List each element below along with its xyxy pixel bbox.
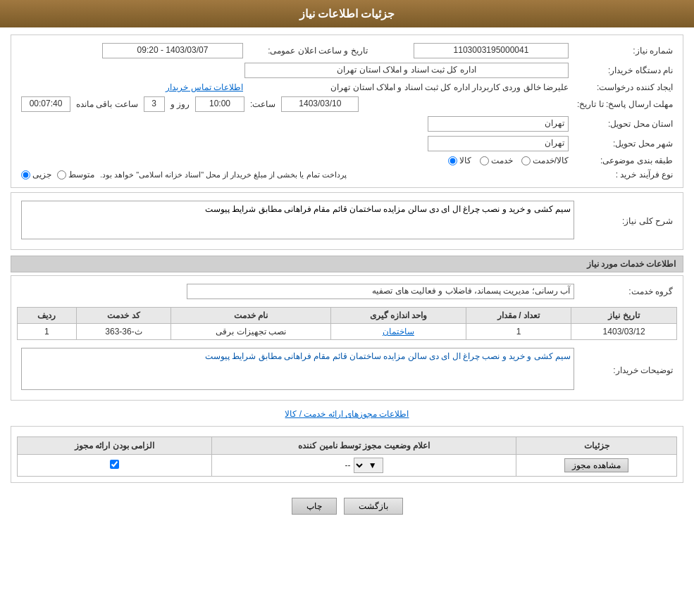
form-row-purchase-type: نوع فرآیند خرید : پرداخت تمام یا بخشی از… <box>17 168 677 182</box>
response-remaining-label: ساعت باقی مانده <box>76 99 138 109</box>
content-area: شماره نیاز: 1103003195000041 تاریخ و ساع… <box>0 27 694 532</box>
purchase-jozei-radio[interactable] <box>21 170 30 180</box>
form-row-response-deadline: مهلت ارسال پاسخ: تا تاریخ: 1403/03/10 سا… <box>17 94 677 114</box>
form-row-requester: ایجاد کننده درخواست: علیرضا خالق وردی کا… <box>17 80 677 94</box>
category-kala-khadamat-label: کالا/خدمت <box>533 156 569 165</box>
category-kala-radio[interactable] <box>448 156 457 165</box>
province-label: استان محل تحویل: <box>573 114 677 134</box>
response-remaining-input: 00:07:40 <box>21 96 70 112</box>
license-mandatory-checkbox[interactable] <box>110 460 119 469</box>
city-value: تهران <box>17 134 573 153</box>
need-desc-value <box>17 199 578 244</box>
col-header-date: تاریخ نیاز <box>571 308 677 324</box>
category-khadamat-radio[interactable] <box>480 156 489 165</box>
category-kala-khadamat-radio[interactable] <box>521 156 531 165</box>
cell-service-code: ث-36-363 <box>76 324 171 340</box>
need-desc-section: شرح کلی نیاز: <box>11 192 683 250</box>
announcement-datetime-value: 1403/03/07 - 09:20 <box>17 41 247 61</box>
form-row-category: طبقه بندی موضوعی: کالا/خدمت خدمت <box>17 153 677 168</box>
need-number-value: 1103003195000041 <box>409 41 573 61</box>
cell-quantity: 1 <box>466 324 571 340</box>
buyer-org-value: اداره کل ثبت اسناد و املاک استان تهران <box>17 61 573 80</box>
license-supplier-cell: ▼ -- <box>211 455 516 477</box>
province-input: تهران <box>428 116 569 132</box>
form-row-need-number: شماره نیاز: 1103003195000041 تاریخ و ساع… <box>17 41 677 61</box>
category-kala-label: کالا <box>459 156 471 165</box>
top-form-section: شماره نیاز: 1103003195000041 تاریخ و ساع… <box>11 34 683 188</box>
page-wrapper: جزئیات اطلاعات نیاز شماره نیاز: 11030031… <box>0 0 694 616</box>
category-khadamat-option[interactable]: خدمت <box>480 156 513 165</box>
license-col-supplier: اعلام وضعیت مجوز توسط نامین کننده <box>211 437 516 455</box>
purchase-type-label: نوع فرآیند خرید : <box>573 168 677 182</box>
license-section-link[interactable]: اطلاعات مجوزهای ارائه خدمت / کالا <box>11 405 683 423</box>
license-supplier-select[interactable]: ▼ <box>354 458 383 473</box>
requester-label: ایجاد کننده درخواست: <box>573 80 677 94</box>
license-col-details: جزئیات <box>516 437 677 455</box>
response-time-label: ساعت: <box>250 99 275 109</box>
category-kala-option[interactable]: کالا <box>448 156 471 165</box>
page-header: جزئیات اطلاعات نیاز <box>0 0 694 27</box>
purchase-note: پرداخت تمام یا بخشی از مبلغ خریدار از مح… <box>100 170 347 180</box>
back-button[interactable]: بازگشت <box>344 498 403 515</box>
license-header-row: جزئیات اعلام وضعیت مجوز توسط نامین کننده… <box>18 437 677 455</box>
form-row-province: استان محل تحویل: تهران <box>17 114 677 134</box>
city-input: تهران <box>428 136 569 151</box>
requester-text: علیرضا خالق وردی کاربردار اداره کل ثبت ا… <box>330 82 569 92</box>
services-data-table: تاریخ نیاز تعداد / مقدار واحد اندازه گیر… <box>17 307 677 340</box>
license-table-header: جزئیات اعلام وضعیت مجوز توسط نامین کننده… <box>18 437 677 455</box>
license-table-body: مشاهده مجوز ▼ -- <box>18 455 677 477</box>
buyer-desc-table: توضیحات خریدار: <box>17 346 677 394</box>
contact-info-text[interactable]: اطلاعات تماس خریدار <box>166 82 243 92</box>
purchase-jozei-option[interactable]: جزیی <box>21 170 51 180</box>
buyer-desc-textarea[interactable] <box>21 348 574 390</box>
purchase-motevasset-radio[interactable] <box>57 170 66 180</box>
response-date-input: 1403/03/10 <box>281 96 359 112</box>
license-section: جزئیات اعلام وضعیت مجوز توسط نامین کننده… <box>11 426 683 483</box>
print-button[interactable]: چاپ <box>292 498 337 515</box>
license-section-label[interactable]: اطلاعات مجوزهای ارائه خدمت / کالا <box>285 409 409 419</box>
purchase-type-group: پرداخت تمام یا بخشی از مبلغ خریدار از مح… <box>21 170 569 180</box>
need-desc-textarea[interactable] <box>21 201 574 239</box>
category-options: کالا/خدمت خدمت کالا <box>448 156 569 165</box>
city-label: شهر محل تحویل: <box>573 134 677 153</box>
table-row: 1403/03/12 1 ساختمان نصب تجهیزات برقی ث-… <box>18 324 677 340</box>
services-form-table: گروه خدمت: آب رسانی؛ مدیریت پسماند، فاضل… <box>17 282 677 301</box>
form-table: شماره نیاز: 1103003195000041 تاریخ و ساع… <box>17 41 677 182</box>
purchase-motevasset-label: متوسط <box>68 170 94 180</box>
license-supplier-value: -- <box>345 460 351 470</box>
cell-unit[interactable]: ساختمان <box>331 324 466 340</box>
license-supplier-select-group: ▼ -- <box>218 458 510 473</box>
services-form-section: گروه خدمت: آب رسانی؛ مدیریت پسماند، فاضل… <box>11 275 683 401</box>
purchase-jozei-label: جزیی <box>32 170 51 180</box>
province-value: تهران <box>17 114 573 134</box>
buyer-org-label: نام دستگاه خریدار: <box>573 61 677 80</box>
need-desc-table: شرح کلی نیاز: <box>17 199 677 244</box>
form-row-city: شهر محل تحویل: تهران <box>17 134 677 153</box>
col-header-unit: واحد اندازه گیری <box>331 308 466 324</box>
category-khadamat-label: خدمت <box>491 156 513 165</box>
service-group-value: آب رسانی؛ مدیریت پسماند، فاضلاب و فعالیت… <box>17 282 578 301</box>
category-kala-khadamat-option[interactable]: کالا/خدمت <box>521 156 569 165</box>
cell-service-name: نصب تجهیزات برقی <box>171 324 331 340</box>
form-row-buyer-org: نام دستگاه خریدار: اداره کل ثبت اسناد و … <box>17 61 677 80</box>
contact-info-link[interactable]: اطلاعات تماس خریدار <box>17 80 247 94</box>
buyer-desc-value <box>17 346 578 394</box>
license-row: مشاهده مجوز ▼ -- <box>18 455 677 477</box>
purchase-type-value: پرداخت تمام یا بخشی از مبلغ خریدار از مح… <box>17 168 573 182</box>
category-label: طبقه بندی موضوعی: <box>573 153 677 168</box>
purchase-motevasset-option[interactable]: متوسط <box>57 170 94 180</box>
col-header-row-num: ردیف <box>18 308 77 324</box>
response-deadline-value: 1403/03/10 ساعت: 10:00 روز و 3 ساعت باقی… <box>17 94 573 114</box>
col-header-quantity: تعداد / مقدار <box>466 308 571 324</box>
need-desc-label: شرح کلی نیاز: <box>578 199 677 244</box>
service-group-row: گروه خدمت: آب رسانی؛ مدیریت پسماند، فاضل… <box>17 282 677 301</box>
view-license-button[interactable]: مشاهده مجوز <box>564 458 628 472</box>
service-group-label: گروه خدمت: <box>578 282 677 301</box>
license-table: جزئیات اعلام وضعیت مجوز توسط نامین کننده… <box>17 436 677 477</box>
response-days-label: روز و <box>171 99 190 109</box>
license-col-mandatory: الزامی بودن ارائه مجوز <box>18 437 212 455</box>
cell-date: 1403/03/12 <box>571 324 677 340</box>
services-section-header: اطلاعات خدمات مورد نیاز <box>11 256 683 272</box>
response-deadline-label: مهلت ارسال پاسخ: تا تاریخ: <box>573 94 677 114</box>
col-header-service-name: نام خدمت <box>171 308 331 324</box>
